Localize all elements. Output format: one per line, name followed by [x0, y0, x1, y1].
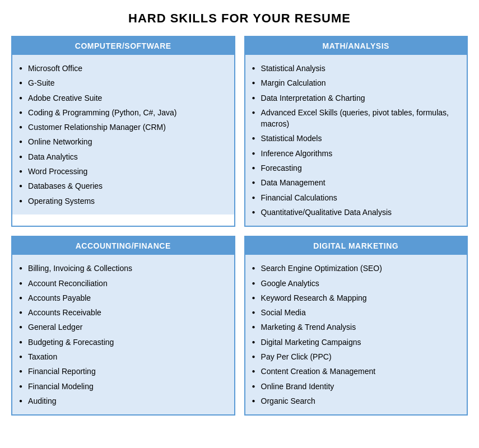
list-item: Online Networking — [19, 136, 225, 147]
card-body-digital-marketing: Search Engine Optimization (SEO)Google A… — [245, 255, 467, 414]
list-item: Pay Per Click (PPC) — [252, 351, 458, 362]
list-item: Adobe Creative Suite — [19, 92, 225, 104]
list-item: Operating Systems — [19, 195, 225, 207]
list-item: Financial Reporting — [19, 366, 225, 377]
list-item: Microsoft Office — [19, 63, 225, 74]
skill-list-math-analysis: Statistical AnalysisMargin CalculationDa… — [252, 63, 458, 218]
skill-list-computer-software: Microsoft OfficeG-SuiteAdobe Creative Su… — [19, 63, 225, 207]
card-header-accounting-finance: ACCOUNTING/FINANCE — [12, 237, 234, 255]
list-item: Accounts Receivable — [19, 307, 225, 318]
list-item: Keyword Research & Mapping — [252, 292, 458, 304]
list-item: Google Analytics — [252, 278, 458, 289]
skills-grid: COMPUTER/SOFTWAREMicrosoft OfficeG-Suite… — [11, 36, 468, 416]
list-item: Inference Algorithms — [252, 148, 458, 159]
list-item: Online Brand Identity — [252, 381, 458, 392]
card-body-math-analysis: Statistical AnalysisMargin CalculationDa… — [245, 55, 467, 226]
list-item: Data Interpretation & Charting — [252, 92, 458, 104]
list-item: Digital Marketing Campaigns — [252, 337, 458, 348]
card-computer-software: COMPUTER/SOFTWAREMicrosoft OfficeG-Suite… — [11, 36, 235, 227]
list-item: Forecasting — [252, 162, 458, 174]
card-header-digital-marketing: DIGITAL MARKETING — [245, 237, 467, 255]
card-digital-marketing: DIGITAL MARKETINGSearch Engine Optimizat… — [244, 236, 468, 416]
list-item: Auditing — [19, 395, 225, 407]
list-item: Customer Relationship Manager (CRM) — [19, 122, 225, 133]
list-item: Databases & Queries — [19, 180, 225, 192]
list-item: Social Media — [252, 307, 458, 318]
card-body-computer-software: Microsoft OfficeG-SuiteAdobe Creative Su… — [12, 55, 234, 214]
list-item: Financial Modeling — [19, 381, 225, 392]
list-item: General Ledger — [19, 321, 225, 333]
list-item: Marketing & Trend Analysis — [252, 321, 458, 333]
card-accounting-finance: ACCOUNTING/FINANCEBilling, Invoicing & C… — [11, 236, 235, 416]
list-item: Search Engine Optimization (SEO) — [252, 263, 458, 274]
card-body-accounting-finance: Billing, Invoicing & CollectionsAccount … — [12, 255, 234, 414]
list-item: Financial Calculations — [252, 192, 458, 203]
list-item: Content Creation & Management — [252, 366, 458, 377]
list-item: Taxation — [19, 351, 225, 362]
list-item: Data Management — [252, 177, 458, 188]
list-item: Statistical Models — [252, 133, 458, 144]
list-item: Billing, Invoicing & Collections — [19, 263, 225, 274]
list-item: Accounts Payable — [19, 292, 225, 304]
list-item: Budgeting & Forecasting — [19, 337, 225, 348]
list-item: Organic Search — [252, 395, 458, 407]
card-math-analysis: MATH/ANALYSISStatistical AnalysisMargin … — [244, 36, 468, 227]
list-item: G-Suite — [19, 77, 225, 88]
list-item: Statistical Analysis — [252, 63, 458, 74]
list-item: Account Reconciliation — [19, 278, 225, 289]
list-item: Coding & Programming (Python, C#, Java) — [19, 107, 225, 118]
card-header-math-analysis: MATH/ANALYSIS — [245, 37, 467, 55]
card-header-computer-software: COMPUTER/SOFTWARE — [12, 37, 234, 55]
list-item: Data Analytics — [19, 151, 225, 162]
page-title: HARD SKILLS FOR YOUR RESUME — [128, 11, 351, 26]
skill-list-accounting-finance: Billing, Invoicing & CollectionsAccount … — [19, 263, 225, 407]
list-item: Word Processing — [19, 166, 225, 177]
list-item: Margin Calculation — [252, 77, 458, 88]
list-item: Quantitative/Qualitative Data Analysis — [252, 207, 458, 218]
list-item: Advanced Excel Skills (queries, pivot ta… — [252, 107, 458, 130]
skill-list-digital-marketing: Search Engine Optimization (SEO)Google A… — [252, 263, 458, 407]
